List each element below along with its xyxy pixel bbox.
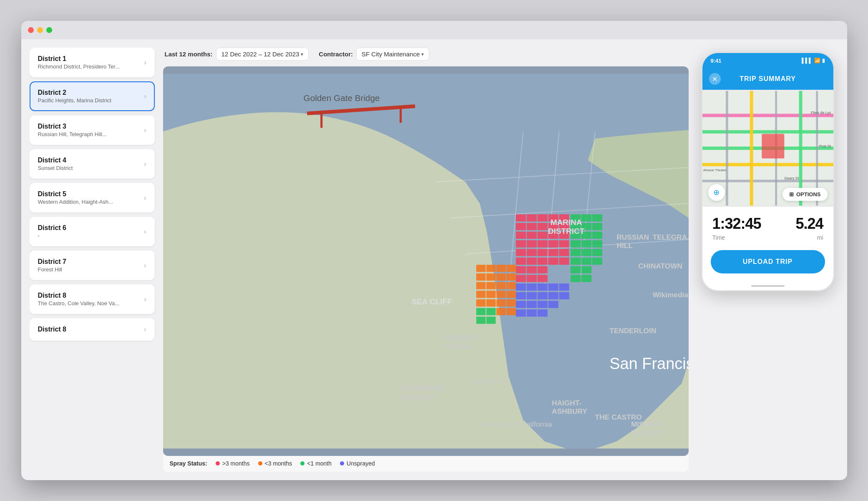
- svg-rect-27: [537, 240, 547, 247]
- district-sub-d5: Western Addition, Haight-Ash...: [38, 199, 141, 205]
- district-name-d6: District 6: [38, 224, 141, 232]
- phone-options-button[interactable]: ⊞ OPTIONS: [782, 188, 828, 201]
- contractor-dropdown[interactable]: SF City Maintenance ▾: [356, 48, 429, 61]
- svg-rect-75: [506, 273, 516, 281]
- svg-text:Golden Gate Bridge: Golden Gate Bridge: [303, 93, 380, 103]
- svg-text:TENDERLOIN: TENDERLOIN: [609, 326, 656, 335]
- district-card-d7[interactable]: District 7 Forest Hill ›: [30, 250, 155, 280]
- district-sub-d4: Sunset District: [38, 165, 141, 171]
- upload-trip-button[interactable]: UPLOAD TRIP: [711, 250, 825, 273]
- svg-rect-95: [537, 292, 547, 299]
- minimize-button[interactable]: [37, 27, 43, 33]
- svg-rect-31: [526, 249, 536, 256]
- svg-rect-44: [526, 275, 536, 282]
- phone-close-button[interactable]: ✕: [709, 73, 721, 85]
- svg-rect-47: [581, 214, 591, 221]
- period-value: 12 Dec 2022 – 12 Dec 2023: [221, 51, 299, 58]
- svg-rect-12: [537, 214, 547, 221]
- svg-rect-37: [537, 258, 547, 265]
- svg-rect-38: [548, 258, 558, 265]
- spray-legend: Spray Status: >3 months <3 months <1 mon…: [163, 455, 689, 472]
- district-card-d8b[interactable]: District 8 ›: [30, 318, 155, 341]
- district-card-d2[interactable]: District 2 Pacific Heights, Marina Distr…: [30, 81, 155, 111]
- district-card-d3[interactable]: District 3 Russian Hill, Telegraph Hill.…: [30, 115, 155, 145]
- map-container: Golden Gate Bridge MARINA DISTRICT RUSSI…: [163, 66, 689, 456]
- svg-rect-99: [526, 301, 536, 308]
- chevron-right-icon: ›: [144, 194, 146, 202]
- svg-rect-28: [548, 240, 558, 247]
- svg-rect-84: [476, 299, 485, 306]
- district-card-d5[interactable]: District 5 Western Addition, Haight-Ash.…: [30, 183, 155, 213]
- svg-text:HILL: HILL: [616, 241, 632, 250]
- svg-rect-83: [506, 291, 516, 298]
- chevron-right-icon: ›: [144, 326, 146, 333]
- district-text-d8a: District 8 The Castro, Cole Valley, Noe …: [38, 292, 141, 306]
- svg-rect-66: [570, 275, 580, 282]
- trip-distance-label: mi: [768, 234, 823, 241]
- svg-rect-42: [537, 266, 547, 273]
- svg-rect-61: [570, 258, 580, 265]
- app-body: District 1 Richmond District, Presidero …: [21, 39, 847, 480]
- svg-rect-105: [476, 308, 485, 315]
- phone-status-bar: 9:41 ▌▌▌ 📶 ▮: [702, 53, 833, 68]
- legend-item-0: >3 months: [216, 460, 250, 467]
- district-card-d1[interactable]: District 1 Richmond District, Presidero …: [30, 48, 155, 77]
- phone-mockup: 9:41 ▌▌▌ 📶 ▮ ✕ TRIP SUMMARY: [701, 52, 835, 291]
- svg-text:Balboa St: Balboa St: [473, 377, 507, 385]
- district-text-d6: District 6 -: [38, 224, 141, 239]
- svg-rect-51: [592, 223, 602, 230]
- svg-rect-32: [537, 249, 547, 256]
- svg-rect-15: [516, 223, 526, 230]
- district-card-d8a[interactable]: District 8 The Castro, Cole Valley, Noe …: [30, 284, 155, 314]
- svg-rect-67: [581, 275, 591, 282]
- svg-rect-94: [526, 292, 536, 299]
- district-name-d8a: District 8: [38, 292, 141, 299]
- map-svg: Golden Gate Bridge MARINA DISTRICT RUSSI…: [163, 66, 689, 456]
- period-filter: Last 12 months: 12 Dec 2022 – 12 Dec 202…: [165, 48, 309, 61]
- legend-item-3: Unsprayed: [340, 460, 375, 467]
- svg-text:HAIGHT-: HAIGHT-: [552, 399, 581, 407]
- svg-text:Alcazar Theatre: Alcazar Theatre: [703, 168, 726, 172]
- svg-rect-91: [548, 283, 558, 291]
- spray-status-label: Spray Status:: [170, 460, 207, 467]
- chevron-right-icon: ›: [144, 59, 146, 66]
- phone-location-button[interactable]: ⊕: [708, 184, 725, 201]
- district-card-d6[interactable]: District 6 - ›: [30, 217, 155, 246]
- district-name-d3: District 3: [38, 123, 141, 130]
- svg-rect-20: [516, 232, 526, 239]
- district-name-d8b: District 8: [38, 326, 141, 333]
- phone-signal-area: ▌▌▌ 📶 ▮: [802, 58, 825, 63]
- phone-trip-title: TRIP SUMMARY: [740, 75, 796, 83]
- svg-rect-144: [762, 134, 784, 159]
- wifi-icon: 📶: [814, 58, 820, 63]
- svg-rect-55: [570, 240, 580, 247]
- district-name-d2: District 2: [38, 89, 141, 96]
- trip-time-value: 1:32:45: [712, 215, 768, 233]
- svg-text:San Francisco: San Francisco: [609, 355, 689, 372]
- svg-rect-16: [526, 223, 536, 230]
- svg-rect-79: [506, 282, 516, 289]
- svg-rect-62: [581, 258, 591, 265]
- svg-rect-17: [537, 223, 547, 230]
- time-stat: 1:32:45 Time: [712, 215, 768, 241]
- svg-text:MARINA: MARINA: [550, 218, 582, 227]
- svg-rect-89: [526, 283, 536, 291]
- period-dropdown[interactable]: 12 Dec 2022 – 12 Dec 2023 ▾: [216, 48, 309, 61]
- district-card-d4[interactable]: District 4 Sunset District ›: [30, 149, 155, 179]
- svg-text:Post St: Post St: [819, 144, 831, 148]
- svg-rect-21: [526, 232, 536, 239]
- svg-rect-102: [516, 309, 526, 316]
- svg-rect-58: [570, 249, 580, 256]
- period-chevron-icon: ▾: [301, 51, 303, 57]
- svg-text:RICHMOND: RICHMOND: [400, 384, 444, 392]
- district-text-d5: District 5 Western Addition, Haight-Ash.…: [38, 190, 141, 205]
- svg-text:RUSSIAN: RUSSIAN: [616, 233, 649, 241]
- close-button[interactable]: [28, 27, 34, 33]
- district-text-d4: District 4 Sunset District: [38, 157, 141, 171]
- svg-rect-45: [537, 275, 547, 282]
- legend-text-0: >3 months: [222, 460, 250, 467]
- signal-bars-icon: ▌▌▌: [802, 58, 813, 63]
- svg-rect-76: [476, 282, 485, 289]
- chevron-right-icon: ›: [144, 93, 146, 100]
- fullscreen-button[interactable]: [46, 27, 52, 33]
